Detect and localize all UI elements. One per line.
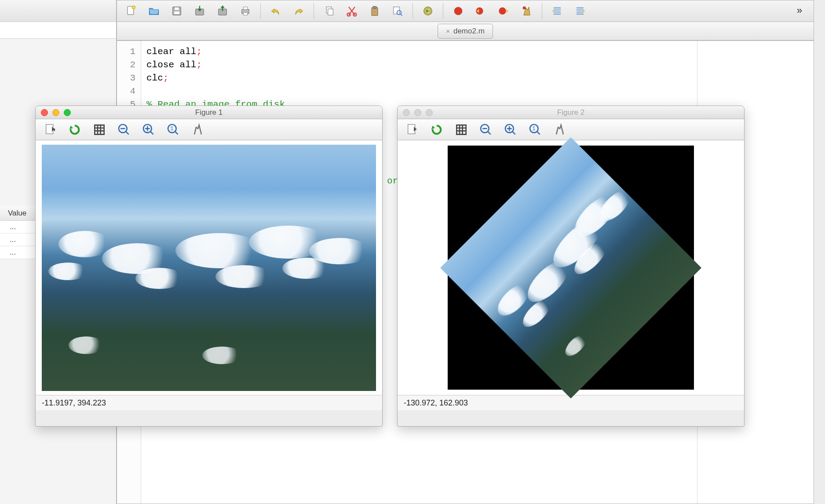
pan-icon[interactable] — [404, 121, 420, 138]
window-title: Figure 2 — [398, 108, 744, 117]
close-tab-icon[interactable]: × — [446, 27, 450, 35]
svg-text:1: 1 — [532, 126, 535, 132]
open-folder-icon[interactable] — [144, 2, 164, 20]
rotate-icon[interactable] — [428, 121, 445, 138]
preferences-icon[interactable] — [551, 121, 568, 138]
preferences-icon[interactable] — [190, 121, 206, 138]
svg-rect-11 — [328, 9, 333, 15]
more-icon[interactable]: » — [790, 2, 809, 20]
print-icon[interactable] — [236, 2, 255, 20]
breakpoint-prev-icon[interactable] — [471, 2, 491, 20]
breakpoint-red-icon[interactable] — [449, 2, 468, 20]
zoom-home-icon[interactable]: 1 — [527, 121, 544, 138]
editor-tab-bar: × demo2.m — [117, 22, 814, 40]
figure-window-1[interactable]: Figure 1 1 -11.9197, 394.223 — [35, 106, 383, 427]
cut-icon[interactable] — [342, 2, 361, 20]
svg-point-20 — [454, 7, 463, 15]
svg-point-1 — [132, 6, 135, 9]
figure-canvas[interactable] — [398, 140, 744, 395]
figure-toolbar: 1 — [36, 119, 382, 140]
breakpoint-clear-icon[interactable] — [517, 2, 537, 20]
svg-point-22 — [499, 7, 506, 15]
svg-rect-4 — [175, 7, 179, 10]
paste-icon[interactable] — [365, 2, 384, 20]
zoom-in-icon[interactable] — [502, 121, 519, 138]
grid-icon[interactable] — [453, 121, 470, 138]
svg-rect-9 — [243, 13, 247, 15]
svg-rect-3 — [174, 11, 179, 14]
window-title: Figure 1 — [36, 108, 382, 117]
svg-rect-15 — [373, 7, 376, 9]
titlebar[interactable]: Figure 2 — [398, 106, 744, 119]
pan-icon[interactable] — [42, 121, 58, 138]
titlebar[interactable]: Figure 1 — [36, 106, 382, 119]
svg-point-23 — [523, 7, 526, 10]
zoom-home-icon[interactable]: 1 — [165, 121, 182, 138]
run-gear-icon[interactable] — [418, 2, 438, 20]
breakpoint-next-icon[interactable] — [494, 2, 514, 20]
grid-icon[interactable] — [91, 121, 108, 138]
save-icon[interactable] — [167, 2, 186, 20]
left-panel-row — [0, 22, 116, 39]
redo-icon[interactable] — [289, 2, 308, 20]
undo-icon[interactable] — [266, 2, 285, 20]
figure-window-2[interactable]: Figure 2 1 -130.972, 162.903 — [397, 106, 745, 427]
save-in-icon[interactable] — [190, 2, 209, 20]
rotate-icon[interactable] — [66, 121, 83, 138]
indent-right-icon[interactable] — [570, 2, 590, 20]
file-tab-label: demo2.m — [453, 27, 485, 36]
svg-rect-8 — [243, 7, 247, 10]
left-panel-header — [0, 0, 116, 22]
zoom-in-icon[interactable] — [140, 121, 157, 138]
indent-left-icon[interactable] — [548, 2, 567, 20]
file-tab[interactable]: × demo2.m — [438, 24, 493, 39]
zoom-out-icon[interactable] — [116, 121, 132, 138]
copy-icon[interactable] — [319, 2, 339, 20]
find-icon[interactable] — [388, 2, 407, 20]
figure-statusbar: -11.9197, 394.223 — [36, 395, 382, 410]
figure-canvas[interactable] — [36, 140, 382, 395]
zoom-out-icon[interactable] — [478, 121, 494, 138]
svg-text:1: 1 — [170, 126, 173, 132]
new-file-icon[interactable] — [121, 2, 141, 20]
save-out-icon[interactable] — [213, 2, 232, 20]
editor-toolbar: » — [117, 0, 814, 22]
